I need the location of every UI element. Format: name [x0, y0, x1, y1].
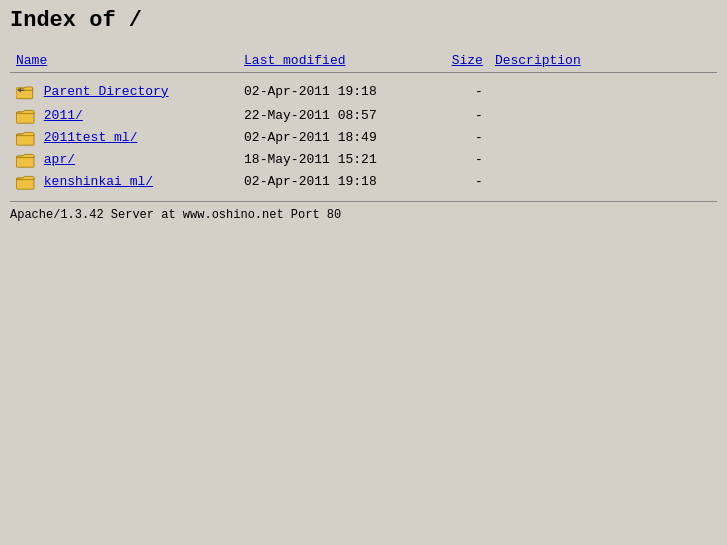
entry-link[interactable]: kenshinkai_ml/ [44, 174, 153, 189]
entry-modified: 22-May-2011 08:57 [238, 105, 420, 127]
entry-name-cell: Parent Directory [10, 79, 238, 105]
page-title: Index of / [10, 8, 717, 33]
entry-link[interactable]: 2011test_ml/ [44, 130, 138, 145]
entry-size: - [421, 171, 489, 193]
entry-description [489, 79, 717, 105]
entry-modified: 02-Apr-2011 18:49 [238, 127, 420, 149]
table-row: kenshinkai_ml/02-Apr-2011 19:18- [10, 171, 717, 193]
entry-modified: 18-May-2011 15:21 [238, 149, 420, 171]
entry-modified: 02-Apr-2011 19:18 [238, 171, 420, 193]
entry-size: - [421, 149, 489, 171]
entry-name-cell: 2011test_ml/ [10, 127, 238, 149]
entry-description [489, 105, 717, 127]
folder-icon [16, 174, 36, 190]
entry-name-cell: apr/ [10, 149, 238, 171]
size-column-header[interactable]: Size [452, 53, 483, 68]
table-row: apr/18-May-2011 15:21- [10, 149, 717, 171]
entry-link[interactable]: apr/ [44, 152, 75, 167]
entry-description [489, 127, 717, 149]
table-row: 2011/22-May-2011 08:57- [10, 105, 717, 127]
folder-icon [16, 130, 36, 146]
entry-size: - [421, 105, 489, 127]
parent-directory-icon [16, 82, 36, 102]
table-row: 2011test_ml/02-Apr-2011 18:49- [10, 127, 717, 149]
entry-size: - [421, 127, 489, 149]
folder-icon [16, 108, 36, 124]
entry-description [489, 149, 717, 171]
description-column-header[interactable]: Description [495, 53, 581, 68]
table-row: Parent Directory02-Apr-2011 19:18- [10, 79, 717, 105]
entry-link[interactable]: 2011/ [44, 108, 83, 123]
entry-link[interactable]: Parent Directory [44, 84, 169, 99]
entry-size: - [421, 79, 489, 105]
entry-name-cell: kenshinkai_ml/ [10, 171, 238, 193]
entry-modified: 02-Apr-2011 19:18 [238, 79, 420, 105]
modified-column-header[interactable]: Last modified [244, 53, 345, 68]
table-header: Name Last modified Size Description [10, 49, 717, 73]
entry-description [489, 171, 717, 193]
name-column-header[interactable]: Name [16, 53, 47, 68]
entry-name-cell: 2011/ [10, 105, 238, 127]
folder-icon [16, 152, 36, 168]
server-footer: Apache/1.3.42 Server at www.oshino.net P… [10, 201, 717, 222]
